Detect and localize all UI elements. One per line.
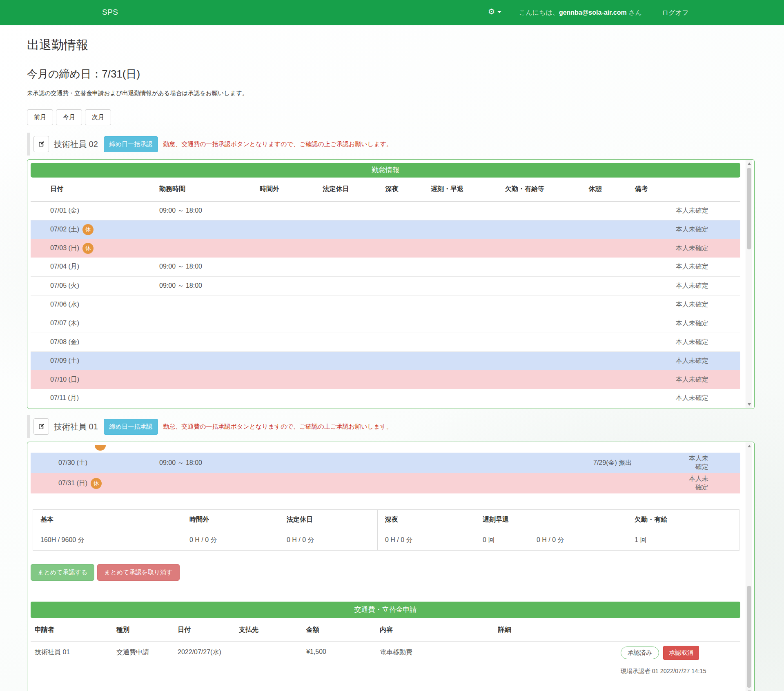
approval-note: 未承認の交通費・立替金申請および出退勤情報がある場合は承認をお願いします。	[27, 89, 755, 97]
approver-note: 現場承認者 01 2022/07/27 14:15	[621, 667, 740, 675]
sum-legal-holiday-value: 0 H / 0 分	[279, 530, 378, 551]
expenses-header-row: 申請者 種別 日付 支払先 金額 内容 詳細	[31, 619, 740, 641]
page-content: 出退勤情報 今月の締め日：7/31(日) 未承認の交通費・立替金申請および出退勤…	[0, 37, 784, 691]
row-time: 09:00 ～ 18:00	[141, 258, 239, 276]
approved-status-badge: 承認済み	[621, 647, 659, 659]
exp-date: 2022/07/27(水)	[174, 641, 235, 675]
holiday-badge: 休	[82, 243, 94, 254]
clipped-row	[31, 445, 754, 453]
bulk-approve-button[interactable]: まとめて承認する	[31, 564, 94, 581]
sum-col-midnight: 深夜	[378, 510, 475, 530]
deadline-bulk-approve-button[interactable]: 締め日一括承認	[104, 419, 158, 435]
row-time: 09:00 ～ 18:00	[141, 201, 239, 220]
expense-row: 技術社員 01 交通費申請 2022/07/27(水) ¥1,500 電車移動費…	[31, 641, 740, 675]
row-remark: 7/29(金) 振出	[590, 453, 684, 473]
exp-applicant: 技術社員 01	[31, 641, 112, 675]
prev-month-button[interactable]: 前月	[27, 109, 53, 125]
current-month-button[interactable]: 今月	[56, 109, 82, 125]
row-date: 07/07 (木)	[31, 314, 141, 333]
gear-icon: ⚙	[488, 7, 495, 16]
row-date: 07/10 (日)	[31, 370, 141, 389]
col-remarks: 備考	[623, 178, 676, 201]
row-status: 本人未確定	[676, 258, 740, 276]
row-time: 09:00 ～ 18:00	[145, 453, 251, 473]
row-date: 07/05 (火)	[31, 276, 141, 295]
open-detail-button[interactable]	[33, 418, 49, 435]
sum-col-late-early: 遅刻早退	[475, 510, 627, 530]
attendance-row: 07/07 (木)本人未確定	[31, 314, 740, 333]
row-date: 07/08 (金)	[31, 333, 141, 351]
sum-col-base: 基本	[33, 510, 182, 530]
attendance-row: 07/04 (月)09:00 ～ 18:00本人未確定	[31, 258, 740, 276]
sum-overtime-value: 0 H / 0 分	[182, 530, 279, 551]
row-status: 本人未確定	[676, 220, 740, 239]
col-late-early: 遅刻・早退	[412, 178, 482, 201]
col-worktime: 勤務時間	[141, 178, 239, 201]
exp-col-type: 種別	[112, 619, 174, 641]
settings-menu[interactable]: ⚙	[488, 7, 501, 16]
panel-scrollbar[interactable]	[746, 442, 752, 691]
row-date: 07/31 (日)休	[31, 473, 145, 493]
col-midnight: 深夜	[372, 178, 412, 201]
attendance-row: 07/09 (土)本人未確定	[31, 351, 740, 370]
expenses-table: 申請者 種別 日付 支払先 金額 内容 詳細 技術社員 01 交通費申請 202…	[31, 619, 740, 675]
sum-col-legal-holiday: 法定休日	[279, 510, 378, 530]
attendance-row: 07/31 (日)休 本人未確定	[31, 473, 740, 493]
exp-description: 電車移動費	[376, 641, 494, 675]
cancel-approval-button[interactable]: 承認取消	[663, 646, 699, 660]
attendance-row: 07/02 (土)休本人未確定	[31, 220, 740, 239]
greeting-prefix: こんにちは、	[519, 9, 559, 16]
panel-scrollbar[interactable]	[746, 160, 752, 408]
row-status: 本人未確定	[676, 351, 740, 370]
employee-name: 技術社員 02	[54, 139, 98, 150]
approve-warning-text: 勤怠、交通費の一括承認ボタンとなりますので、ご確認の上ご承認お願いします。	[163, 140, 392, 148]
col-date: 日付	[31, 178, 141, 201]
row-status: 本人未確定	[684, 473, 740, 493]
employee-name: 技術社員 01	[54, 421, 98, 432]
edit-external-icon	[38, 423, 45, 430]
bulk-cancel-approve-button[interactable]: まとめて承認を取り消す	[97, 564, 179, 581]
exp-col-actions	[617, 619, 740, 641]
exp-col-description: 内容	[376, 619, 494, 641]
col-overtime: 時間外	[239, 178, 300, 201]
col-absence-paid: 欠勤・有給等	[482, 178, 568, 201]
summary-value-row: 160H / 9600 分 0 H / 0 分 0 H / 0 分 0 H / …	[33, 530, 739, 551]
attendance-row: 07/05 (火)09:00 ～ 18:00本人未確定	[31, 276, 740, 295]
attendance-row: 07/03 (日)休本人未確定	[31, 239, 740, 258]
row-status: 本人未確定	[676, 295, 740, 314]
attendance-row: 07/10 (日)本人未確定	[31, 370, 740, 389]
scroll-down-arrow-icon[interactable]	[746, 689, 752, 691]
scrollbar-thumb[interactable]	[747, 168, 751, 249]
holiday-badge: 休	[82, 224, 94, 235]
bulk-action-buttons: まとめて承認する まとめて承認を取り消す	[31, 564, 754, 581]
deadline-heading: 今月の締め日：7/31(日)	[27, 67, 755, 81]
exp-amount: ¥1,500	[302, 641, 376, 675]
attendance-table-bottom: 07/30 (土) 09:00 ～ 18:00 7/29(金) 振出 本人未確定…	[31, 453, 740, 493]
open-detail-button[interactable]	[33, 136, 49, 152]
exp-col-date: 日付	[174, 619, 235, 641]
greeting-suffix: さん	[627, 9, 642, 16]
scroll-up-arrow-icon[interactable]	[746, 443, 752, 449]
page-title: 出退勤情報	[27, 37, 755, 53]
row-status: 本人未確定	[676, 314, 740, 333]
scrollbar-thumb[interactable]	[747, 586, 751, 688]
next-month-button[interactable]: 次月	[85, 109, 111, 125]
scroll-down-arrow-icon[interactable]	[746, 401, 752, 407]
scroll-up-arrow-icon[interactable]	[746, 161, 752, 167]
sum-col-overtime: 時間外	[182, 510, 279, 530]
row-status: 本人未確定	[676, 239, 740, 258]
deadline-bulk-approve-button[interactable]: 締め日一括承認	[104, 136, 158, 152]
logout-link[interactable]: ログオフ	[662, 9, 689, 17]
attendance-row: 07/08 (金)本人未確定	[31, 333, 740, 351]
row-status: 本人未確定	[676, 201, 740, 220]
attendance-row: 07/06 (水)本人未確定	[31, 295, 740, 314]
attendance-panel-title: 勤怠情報	[31, 163, 740, 178]
user-email[interactable]: gennba@sola-air.com	[559, 9, 627, 16]
row-date: 07/03 (日)休	[31, 239, 141, 258]
row-status: 本人未確定	[676, 333, 740, 351]
sum-absence-value: 1 回	[627, 530, 739, 551]
exp-type: 交通費申請	[112, 641, 174, 675]
sum-late-count-value: 0 回	[475, 530, 529, 551]
employee-section-header-02: 技術社員 02 締め日一括承認 勤怠、交通費の一括承認ボタンとなりますので、ご確…	[27, 133, 755, 156]
attendance-header-row: 日付 勤務時間 時間外 法定休日 深夜 遅刻・早退 欠勤・有給等 休憩 備考	[31, 178, 740, 201]
